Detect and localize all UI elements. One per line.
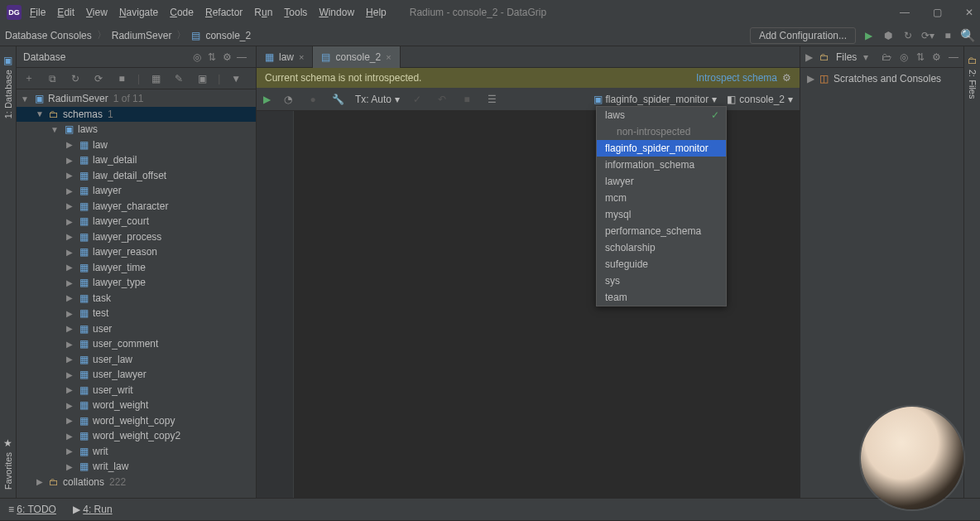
tx-mode-dropdown[interactable]: Tx: Auto ▾ bbox=[355, 94, 400, 105]
tree-node[interactable]: ▶▦word_weight_copy2 bbox=[17, 428, 256, 444]
popup-item[interactable]: information_schema bbox=[597, 157, 726, 173]
sort-icon[interactable]: ⇅ bbox=[204, 50, 219, 65]
table-icon[interactable]: ▦ bbox=[148, 71, 163, 86]
popup-item[interactable]: performance_schema bbox=[597, 223, 726, 239]
scratches-label[interactable]: Scratches and Consoles bbox=[833, 73, 941, 84]
stop-icon[interactable]: ■ bbox=[114, 71, 129, 86]
expand-icon[interactable]: ▶ bbox=[65, 370, 74, 379]
close-icon[interactable]: × bbox=[386, 52, 391, 62]
refresh-icon[interactable]: ↻ bbox=[68, 71, 83, 86]
debug-icon[interactable]: ⬢ bbox=[881, 28, 896, 43]
expand-icon[interactable]: ▶ bbox=[65, 432, 74, 441]
menu-help[interactable]: Help bbox=[366, 7, 387, 18]
popup-item[interactable]: sufeguide bbox=[597, 256, 726, 273]
breadcrumb-item[interactable]: RadiumSever bbox=[112, 30, 172, 41]
stop-icon[interactable]: ■ bbox=[459, 92, 474, 107]
tree-node[interactable]: ▶▦user_law bbox=[17, 352, 256, 368]
expand-icon[interactable]: ▼ bbox=[50, 125, 60, 134]
star-icon[interactable]: ★ bbox=[3, 437, 12, 449]
tree-node[interactable]: ▶▦word_weight_copy bbox=[17, 413, 256, 429]
expand-icon[interactable]: ▶ bbox=[65, 217, 74, 226]
add-icon[interactable]: ＋ bbox=[22, 71, 36, 86]
expand-icon[interactable]: ▶ bbox=[65, 293, 74, 302]
wrench-icon[interactable]: 🔧 bbox=[330, 92, 345, 107]
open-icon[interactable]: 🗁 bbox=[882, 50, 891, 65]
tree-node[interactable]: ▶▦user_writ bbox=[17, 383, 256, 398]
add-configuration-button[interactable]: Add Configuration... bbox=[750, 27, 856, 44]
copy-icon[interactable]: ⧉ bbox=[45, 71, 60, 86]
schema-popup[interactable]: lawsnon-introspectedflaginfo_spider_moni… bbox=[596, 106, 727, 306]
introspect-schema-link[interactable]: Introspect schema bbox=[696, 72, 777, 84]
expand-icon[interactable]: ▶ bbox=[65, 309, 74, 318]
menu-edit[interactable]: Edit bbox=[57, 7, 74, 18]
close-button[interactable]: ✕ bbox=[965, 7, 973, 18]
popup-item[interactable]: mcm bbox=[597, 190, 726, 206]
circle-icon[interactable]: ● bbox=[305, 92, 320, 107]
popup-item[interactable]: laws bbox=[597, 107, 726, 123]
tree-node[interactable]: ▶▦test bbox=[17, 306, 256, 321]
expand-icon[interactable]: ▶ bbox=[65, 201, 74, 210]
menu-tools[interactable]: Tools bbox=[284, 7, 307, 18]
expand-icon[interactable]: ▶ bbox=[65, 340, 74, 349]
edit-icon[interactable]: ✎ bbox=[171, 71, 186, 86]
popup-item[interactable]: team bbox=[597, 289, 726, 306]
menu-run[interactable]: Run bbox=[254, 7, 272, 18]
hide-icon[interactable]: — bbox=[949, 50, 958, 65]
menu-file[interactable]: File bbox=[30, 7, 46, 18]
tree-node[interactable]: ▶▦lawyer bbox=[17, 183, 256, 199]
tree-node[interactable]: ▶▦law_detail_offset bbox=[17, 168, 256, 184]
expand-icon[interactable]: ▶ bbox=[65, 401, 74, 410]
minimize-button[interactable]: — bbox=[900, 7, 910, 18]
database-tree[interactable]: ▼▣RadiumSever1 of 11▼🗀schemas1▼▣laws▶▦la… bbox=[17, 89, 256, 498]
favorites-tool-label[interactable]: Favorites bbox=[3, 452, 13, 490]
tree-node[interactable]: ▶▦law_detail bbox=[17, 152, 256, 168]
menu-code[interactable]: Code bbox=[170, 7, 194, 18]
rollback-icon[interactable]: ↶ bbox=[435, 92, 449, 107]
expand-icon[interactable]: ▶ bbox=[65, 278, 74, 287]
expand-icon[interactable]: ▶ bbox=[65, 324, 74, 333]
breadcrumb-item[interactable]: console_2 bbox=[205, 30, 251, 41]
console-icon[interactable]: ▣ bbox=[195, 71, 209, 86]
console-selector[interactable]: ◧ console_2 ▾ bbox=[727, 94, 793, 105]
run-tool-button[interactable]: ▶ 4: Run bbox=[73, 504, 113, 515]
filter-icon[interactable]: ▼ bbox=[228, 71, 243, 86]
menu-refactor[interactable]: Refactor bbox=[205, 7, 243, 18]
tree-node[interactable]: ▶▦lawyer_reason bbox=[17, 244, 256, 260]
stop-icon[interactable]: ■ bbox=[940, 28, 955, 43]
tree-node[interactable]: ▶▦user bbox=[17, 321, 256, 337]
run-icon[interactable]: ▶ bbox=[861, 28, 876, 43]
expand-icon[interactable]: ▶ bbox=[65, 462, 74, 471]
expand-icon[interactable]: ▼ bbox=[20, 94, 30, 104]
sync-icon[interactable]: ⟳ bbox=[91, 71, 106, 86]
breadcrumb-item[interactable]: Database Consoles bbox=[5, 30, 92, 41]
menu-view[interactable]: View bbox=[86, 7, 108, 18]
commit-icon[interactable]: ✓ bbox=[410, 92, 425, 107]
expand-icon[interactable]: ▶ bbox=[65, 171, 74, 180]
files-tool-label[interactable]: 2: Files bbox=[968, 70, 978, 99]
gear-icon[interactable]: ⚙ bbox=[932, 50, 942, 65]
tab-law[interactable]: ▦ law × bbox=[257, 46, 313, 68]
rerun-icon[interactable]: ↻ bbox=[901, 28, 915, 43]
popup-item[interactable]: lawyer bbox=[597, 173, 726, 190]
popup-item[interactable]: sys bbox=[597, 273, 726, 289]
database-tool-label[interactable]: 1: Database bbox=[3, 70, 13, 118]
history-icon[interactable]: ◔ bbox=[281, 92, 295, 107]
popup-item[interactable]: mysql bbox=[597, 206, 726, 223]
expand-icon[interactable]: ▶ bbox=[65, 263, 74, 272]
target-icon[interactable]: ◎ bbox=[190, 50, 204, 65]
popup-item[interactable]: flaginfo_spider_monitor bbox=[597, 140, 726, 157]
expand-icon[interactable]: ▶ bbox=[65, 355, 74, 364]
schema-selector[interactable]: ▣ flaginfo_spider_monitor ▾ bbox=[593, 94, 718, 105]
tree-node[interactable]: ▶🗀collations222 bbox=[17, 475, 256, 490]
database-tool-icon[interactable]: ▣ bbox=[3, 55, 12, 66]
gear-icon[interactable]: ⚙ bbox=[782, 72, 791, 84]
menu-window[interactable]: Window bbox=[319, 7, 354, 18]
tree-node[interactable]: ▶▦writ bbox=[17, 444, 256, 460]
todo-button[interactable]: ≡ 6: TODO bbox=[8, 504, 56, 515]
expand-icon[interactable]: ▶ bbox=[65, 385, 74, 394]
tree-node[interactable]: ▶▦lawyer_court bbox=[17, 214, 256, 229]
run-icon[interactable]: ▶ bbox=[263, 94, 271, 105]
expand-icon[interactable]: ▶ bbox=[65, 248, 74, 257]
expand-icon[interactable]: ▶ bbox=[35, 477, 45, 486]
tree-node[interactable]: ▶▦writ_law bbox=[17, 459, 256, 475]
